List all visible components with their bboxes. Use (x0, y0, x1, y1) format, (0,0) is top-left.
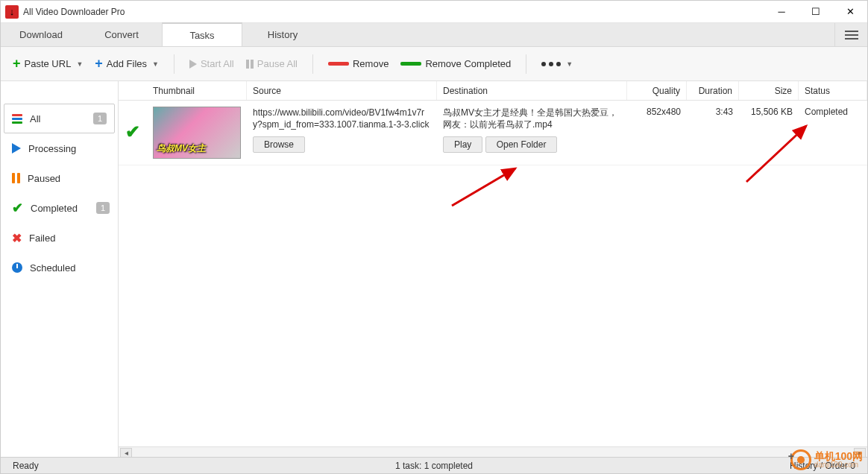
sidebar-item-completed[interactable]: ✔ Completed 1 (1, 193, 118, 223)
clock-icon (12, 262, 22, 273)
row-status-icon-cell: ✔ (119, 107, 147, 159)
toolbar: + Paste URL ▼ + Add Files ▼ Start All Pa… (1, 47, 867, 81)
sidebar-item-scheduled[interactable]: Scheduled (1, 253, 118, 282)
destination-file: 鸟叔MV女主才是经典！全是韩国大热爱豆，网友：以前光看鸟叔了.mp4 (443, 107, 621, 130)
browse-button[interactable]: Browse (253, 136, 305, 153)
pause-icon (246, 60, 254, 69)
sidebar-item-all[interactable]: All 1 (4, 104, 115, 133)
remove-completed-icon (400, 62, 421, 66)
titlebar: ↓ All Video Downloader Pro ─ ☐ ✕ (1, 1, 867, 23)
cell-thumbnail: 鸟叔MV女主 (147, 107, 247, 159)
play-icon (189, 60, 197, 69)
window-close-button[interactable]: ✕ (833, 1, 867, 23)
column-destination[interactable]: Destination (437, 81, 627, 100)
main-area: All 1 Processing Paused ✔ Completed 1 ✖ … (1, 81, 867, 458)
check-icon: ✔ (12, 200, 23, 216)
pause-icon (12, 173, 20, 183)
main-tabs: Download Convert Tasks History (1, 23, 867, 47)
separator (174, 54, 174, 74)
remove-label: Remove (353, 58, 389, 69)
cell-quality: 852x480 (627, 107, 687, 159)
hamburger-icon (845, 31, 858, 40)
column-thumbnail[interactable]: Thumbnail (147, 81, 247, 100)
table-header: Thumbnail Source Destination Quality Dur… (119, 81, 867, 101)
video-thumbnail: 鸟叔MV女主 (153, 107, 241, 159)
watermark: + 单机100网 danji100.com (790, 449, 863, 470)
all-icon (12, 114, 22, 124)
cell-source: https://www.bilibili.com/video/BV1fw4m1v… (247, 107, 437, 159)
sidebar-item-label: Paused (28, 173, 60, 184)
table-row[interactable]: ✔ 鸟叔MV女主 https://www.bilibili.com/video/… (119, 101, 867, 165)
more-menu-button[interactable]: ▼ (537, 57, 577, 71)
remove-completed-button[interactable]: Remove Completed (396, 55, 515, 72)
sidebar-item-processing[interactable]: Processing (1, 133, 118, 163)
sidebar-item-failed[interactable]: ✖ Failed (1, 223, 118, 253)
play-button[interactable]: Play (443, 136, 482, 153)
thumbnail-caption: 鸟叔MV女主 (157, 142, 206, 155)
column-duration[interactable]: Duration (687, 81, 739, 100)
window-maximize-button[interactable]: ☐ (799, 1, 833, 23)
watermark-domain: danji100.com (814, 461, 863, 469)
play-icon (12, 143, 21, 154)
tab-tasks[interactable]: Tasks (162, 22, 242, 46)
paste-url-label: Paste URL (25, 58, 72, 69)
column-source[interactable]: Source (247, 81, 437, 100)
sidebar-item-label: Failed (29, 233, 55, 244)
remove-completed-label: Remove Completed (425, 58, 511, 69)
window-title: All Video Downloader Pro (23, 7, 764, 17)
app-logo-icon: ↓ (5, 5, 19, 19)
chevron-down-icon: ▼ (76, 60, 83, 68)
chevron-down-icon: ▼ (152, 60, 159, 68)
add-files-label: Add Files (107, 58, 147, 69)
count-badge: 1 (93, 113, 107, 124)
status-left: Ready (5, 461, 46, 471)
open-folder-button[interactable]: Open Folder (485, 136, 558, 153)
tab-history[interactable]: History (242, 23, 323, 46)
check-icon: ✔ (125, 121, 140, 142)
add-files-button[interactable]: + Add Files ▼ (90, 53, 163, 75)
plus-icon: + (13, 56, 21, 72)
start-all-label: Start All (201, 58, 234, 69)
sidebar-item-label: Scheduled (30, 262, 75, 274)
task-table: Thumbnail Source Destination Quality Dur… (119, 81, 867, 458)
watermark-name: 单机100网 (814, 451, 863, 461)
statusbar: Ready 1 task: 1 completed History / Orde… (1, 457, 867, 473)
cell-duration: 3:43 (687, 107, 739, 159)
separator (526, 54, 526, 74)
hamburger-menu-button[interactable] (834, 23, 867, 46)
watermark-icon: + (790, 449, 811, 470)
column-size[interactable]: Size (739, 81, 799, 100)
more-icon (541, 62, 561, 66)
sidebar-item-label: Completed (31, 203, 78, 214)
sidebar-item-paused[interactable]: Paused (1, 163, 118, 193)
sidebar-item-label: Processing (28, 143, 76, 154)
remove-icon (328, 62, 349, 66)
paste-url-button[interactable]: + Paste URL ▼ (8, 53, 87, 75)
count-badge: 1 (96, 202, 110, 214)
sidebar-item-label: All (30, 113, 40, 124)
tab-download[interactable]: Download (1, 23, 81, 46)
status-center: 1 task: 1 completed (388, 461, 480, 471)
x-icon: ✖ (12, 231, 22, 245)
chevron-down-icon: ▼ (566, 60, 573, 68)
remove-button[interactable]: Remove (324, 55, 393, 72)
pause-all-label: Pause All (257, 58, 298, 69)
start-all-button[interactable]: Start All (185, 55, 239, 72)
column-status[interactable]: Status (799, 81, 867, 100)
source-url: https://www.bilibili.com/video/BV1fw4m1v… (253, 107, 431, 130)
tab-convert[interactable]: Convert (81, 23, 162, 46)
pause-all-button[interactable]: Pause All (242, 55, 302, 72)
sidebar: All 1 Processing Paused ✔ Completed 1 ✖ … (1, 81, 119, 458)
cell-status: Completed (799, 107, 867, 159)
cell-size: 15,506 KB (739, 107, 799, 159)
window-minimize-button[interactable]: ─ (764, 1, 799, 23)
plus-icon: + (95, 56, 103, 72)
cell-destination: 鸟叔MV女主才是经典！全是韩国大热爱豆，网友：以前光看鸟叔了.mp4 Play … (437, 107, 627, 159)
separator (312, 54, 313, 74)
column-quality[interactable]: Quality (627, 81, 687, 100)
